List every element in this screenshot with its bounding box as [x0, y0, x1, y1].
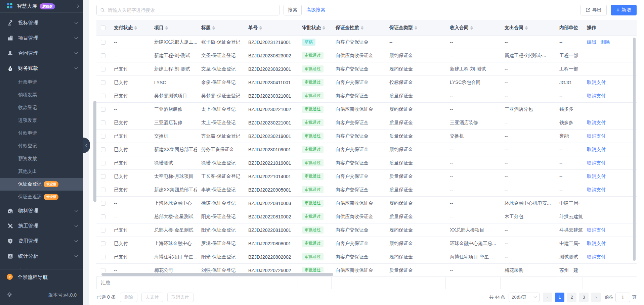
sidebar-item-expense[interactable]: ¥费用管理	[0, 234, 83, 249]
row-checkbox[interactable]	[101, 174, 105, 179]
cancel-payment-link[interactable]: 取消支付	[587, 133, 606, 139]
column-header[interactable]: 支出合同	[501, 25, 555, 31]
row-checkbox[interactable]	[101, 188, 105, 192]
cell-type: 质量保证金	[385, 173, 446, 180]
cell-no: BZJDJ20220802002	[244, 254, 298, 260]
page-button-2[interactable]: 2	[567, 293, 576, 302]
cancel-payment-link[interactable]: 取消支付	[587, 160, 606, 165]
column-header[interactable]: 收入合同	[446, 25, 501, 31]
sidebar-item-process-navigation[interactable]: 全景流程导航	[0, 269, 83, 285]
page-button-3[interactable]: 3	[579, 293, 589, 302]
sort-icon[interactable]	[323, 26, 325, 30]
row-checkbox[interactable]	[101, 255, 105, 259]
sidebar-subitem[interactable]: 付款申请	[0, 127, 83, 140]
add-button[interactable]: + 新增	[611, 5, 637, 15]
sidebar-subitem[interactable]: 保证金登记专业版	[0, 178, 83, 191]
row-checkbox[interactable]	[101, 228, 105, 233]
sort-icon[interactable]	[470, 26, 473, 30]
row-checkbox-cell	[96, 255, 110, 259]
sidebar-subitem[interactable]: 薪资发放	[0, 152, 83, 165]
cancel-payment-link[interactable]: 取消支付	[587, 120, 606, 125]
row-checkbox[interactable]	[101, 107, 105, 112]
cell-income: 海博住宅项目-坚星...	[446, 254, 501, 260]
sidebar-subitem[interactable]: 其他支出	[0, 165, 83, 178]
chevron-down-icon	[534, 295, 537, 298]
sidebar-subitem[interactable]: 进项发票	[0, 114, 83, 127]
sidebar-subitem[interactable]: 开票申请	[0, 76, 83, 89]
sidebar-item-material[interactable]: 物料管理	[0, 203, 83, 218]
row-checkbox[interactable]	[101, 53, 105, 58]
select-all-checkbox[interactable]	[101, 26, 105, 30]
cancel-payment-link[interactable]: 取消支付	[587, 80, 606, 85]
batch-pay-button[interactable]: 去支付	[141, 293, 163, 302]
sidebar-item-finance[interactable]: ¥财务账款	[0, 61, 83, 76]
column-header[interactable]: 支付状态	[110, 25, 150, 31]
search-input[interactable]	[108, 7, 276, 13]
row-checkbox[interactable]	[101, 67, 105, 71]
sort-icon[interactable]	[415, 26, 417, 30]
sidebar-item-construction[interactable]: 施工管理	[0, 218, 83, 234]
column-header[interactable]: 审批状态	[298, 25, 332, 31]
column-header[interactable]: 项目	[150, 25, 197, 31]
page-button-1[interactable]: 1	[555, 293, 564, 302]
sort-icon[interactable]	[525, 26, 528, 30]
table-row: 已支付LYSC余俊-保证金登记BZJDJ20230411001审批通过向客户交保…	[96, 76, 637, 89]
sidebar-item-bidding[interactable]: 投标管理	[0, 15, 83, 31]
batch-cancel-payment-button[interactable]: 取消支付	[167, 293, 194, 302]
sidebar-subitem[interactable]: 销项发票	[0, 89, 83, 101]
goto-page-input[interactable]	[615, 293, 630, 302]
row-checkbox[interactable]	[101, 134, 105, 139]
cancel-payment-link[interactable]: 取消支付	[587, 93, 606, 98]
warehouse-icon	[7, 208, 13, 214]
row-checkbox[interactable]	[101, 201, 105, 206]
column-header[interactable]: 保证金类型	[385, 25, 446, 31]
sidebar-subitem[interactable]: 保证金返还专业版	[0, 191, 83, 203]
cancel-payment-link[interactable]: 取消支付	[587, 241, 606, 246]
row-checkbox[interactable]	[101, 161, 105, 165]
row-checkbox[interactable]	[101, 94, 105, 98]
gear-icon[interactable]	[7, 292, 12, 299]
column-header[interactable]: 保证金性质	[332, 25, 385, 31]
row-checkbox[interactable]	[101, 214, 105, 219]
row-checkbox[interactable]	[101, 147, 105, 152]
cancel-payment-link[interactable]: 取消支付	[587, 227, 606, 233]
sidebar-subitem[interactable]: 收款登记	[0, 101, 83, 114]
row-checkbox-cell	[96, 188, 110, 192]
horizontal-scrollbar-thumb[interactable]	[101, 273, 333, 276]
column-header[interactable]: 单号	[244, 25, 298, 31]
sort-icon[interactable]	[361, 26, 363, 30]
sort-icon[interactable]	[134, 26, 137, 30]
sidebar-item-contract[interactable]: 合同管理	[0, 46, 83, 61]
next-page-button[interactable]: ›	[591, 293, 601, 302]
column-header[interactable]: 标题	[197, 25, 244, 31]
sort-icon[interactable]	[212, 26, 215, 30]
prev-page-button[interactable]: ‹	[543, 293, 552, 302]
batch-delete-button[interactable]: 删除	[120, 293, 137, 302]
column-header-label: 保证金性质	[336, 25, 359, 31]
row-checkbox[interactable]	[101, 268, 105, 273]
sidebar-scrollbar[interactable]	[93, 101, 96, 202]
sidebar-item-project[interactable]: 项目管理	[0, 31, 83, 46]
cancel-payment-link[interactable]: 取消支付	[587, 147, 606, 152]
sort-icon[interactable]	[165, 26, 168, 30]
cancel-payment-link[interactable]: 取消支付	[587, 254, 606, 259]
sidebar-subitem[interactable]: 付款登记	[0, 140, 83, 152]
export-button[interactable]: 导出	[581, 5, 607, 15]
row-checkbox[interactable]	[101, 241, 105, 246]
row-checkbox[interactable]	[101, 40, 105, 45]
row-checkbox[interactable]	[101, 80, 105, 85]
advanced-search-link[interactable]: 高级搜索	[306, 7, 325, 13]
vertical-scrollbar-thumb[interactable]	[633, 38, 636, 261]
search-button[interactable]: 搜索	[284, 5, 302, 15]
table-row: 已支付新建XX集团总部工程劳务工资保证金BZJDJ20230109001审批通过…	[96, 143, 637, 156]
sort-icon[interactable]	[259, 26, 262, 30]
row-checkbox[interactable]	[101, 120, 105, 125]
edit-link[interactable]: 编辑	[587, 39, 596, 45]
cancel-payment-link[interactable]: 取消支付	[587, 173, 606, 179]
sidebar-item-statistics[interactable]: 统计分析	[0, 249, 83, 264]
page-size-select[interactable]: 20条/页	[509, 293, 540, 302]
cancel-payment-link[interactable]: 取消支付	[587, 187, 606, 192]
sidebar-item-smart-screen[interactable]: 智慧大屏 旗舰版	[0, 0, 83, 13]
delete-link[interactable]: 删除	[600, 39, 610, 45]
cell-no: BZJDJ20231219001	[244, 40, 298, 45]
